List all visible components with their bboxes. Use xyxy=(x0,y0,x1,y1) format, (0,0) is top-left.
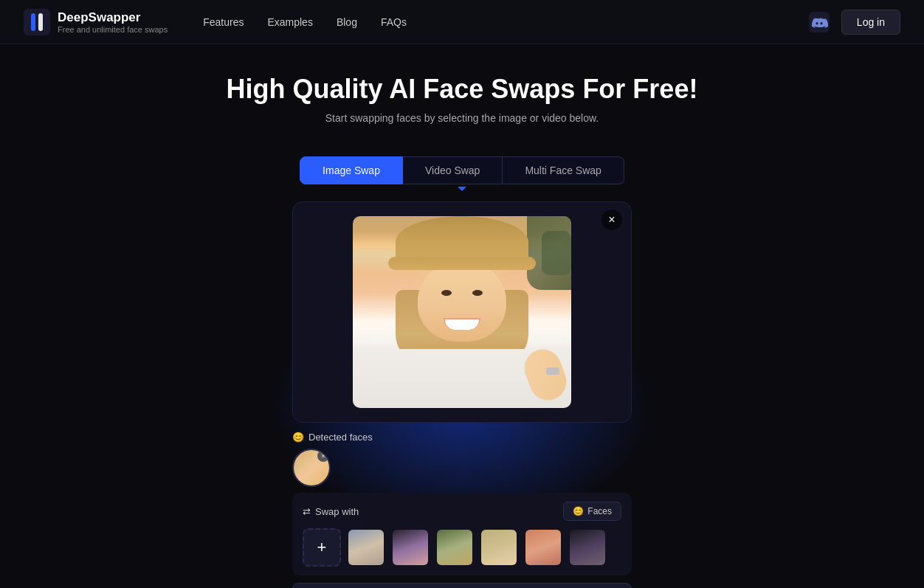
nav-link-examples[interactable]: Examples xyxy=(267,16,312,28)
swap-with-label: ⇄ Swap with xyxy=(303,506,359,517)
hero-section: High Quality AI Face Swaps For Free! Sta… xyxy=(0,44,924,139)
detected-faces-section: 😊 Detected faces × xyxy=(292,432,632,487)
swap-button[interactable]: Swap xyxy=(292,583,632,588)
detected-face-1[interactable]: × xyxy=(292,449,331,487)
hero-title: High Quality AI Face Swaps For Free! xyxy=(15,74,909,105)
swap-with-header: ⇄ Swap with 😊 Faces xyxy=(303,502,621,521)
swap-face-4[interactable] xyxy=(480,528,518,567)
image-area-wrapper: × xyxy=(292,201,632,423)
tab-active-indicator xyxy=(458,187,466,191)
tab-video-swap[interactable]: Video Swap xyxy=(403,156,503,184)
tabs-wrapper: Image Swap Video Swap Multi Face Swap xyxy=(300,156,624,184)
nav-link-blog[interactable]: Blog xyxy=(337,16,357,28)
image-display-box: × xyxy=(292,201,632,423)
swap-face-6[interactable] xyxy=(568,528,607,567)
nav-right: Log in xyxy=(809,10,900,35)
face-remove-badge-1[interactable]: × xyxy=(317,450,329,462)
detected-faces-text: Detected faces xyxy=(308,432,373,443)
nav-link-features[interactable]: Features xyxy=(203,16,244,28)
add-face-button[interactable]: + xyxy=(303,528,341,567)
svg-rect-2 xyxy=(38,13,43,31)
svg-rect-1 xyxy=(31,13,35,31)
nav-links: Features Examples Blog FAQs xyxy=(203,16,809,28)
detected-faces-emoji: 😊 xyxy=(292,432,304,443)
detected-faces-label: 😊 Detected faces xyxy=(292,432,632,443)
svg-rect-0 xyxy=(24,9,50,35)
tab-image-swap[interactable]: Image Swap xyxy=(300,156,403,184)
swap-with-text: Swap with xyxy=(315,506,359,517)
nav-link-faqs[interactable]: FAQs xyxy=(381,16,407,28)
swap-button-wrapper: Swap xyxy=(292,583,632,588)
navbar: DeepSwapper Free and unlimited face swap… xyxy=(0,0,924,44)
login-button[interactable]: Log in xyxy=(841,10,900,35)
logo-title: DeepSwapper xyxy=(58,10,168,25)
logo-subtitle: Free and unlimited face swaps xyxy=(58,25,168,34)
swap-face-3[interactable] xyxy=(435,528,474,567)
swap-face-1[interactable] xyxy=(347,528,385,567)
logo-icon xyxy=(24,9,50,35)
faces-button[interactable]: 😊 Faces xyxy=(563,502,621,521)
swap-with-section: ⇄ Swap with 😊 Faces + xyxy=(292,493,632,575)
close-image-button[interactable]: × xyxy=(601,210,622,230)
main-content: × xyxy=(0,194,924,588)
faces-btn-label: Faces xyxy=(587,506,612,516)
hero-subtitle: Start swapping faces by selecting the im… xyxy=(15,112,909,124)
swap-face-5[interactable] xyxy=(524,528,562,567)
faces-btn-icon: 😊 xyxy=(573,506,584,516)
discord-icon[interactable] xyxy=(809,12,830,32)
swap-faces-row: + xyxy=(303,528,621,567)
logo[interactable]: DeepSwapper Free and unlimited face swap… xyxy=(24,9,168,35)
swap-face-2[interactable] xyxy=(391,528,430,567)
swap-with-icon: ⇄ xyxy=(303,506,311,517)
tab-multi-face-swap[interactable]: Multi Face Swap xyxy=(503,156,624,184)
uploaded-image xyxy=(353,216,571,408)
